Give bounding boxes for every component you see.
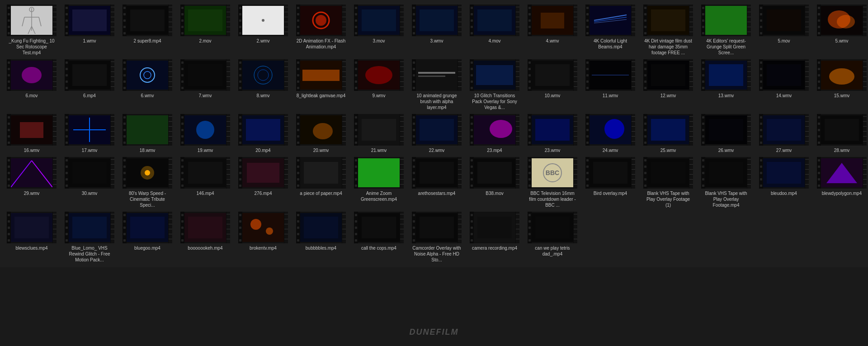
file-item[interactable]: 12.wmv	[641, 59, 695, 110]
svg-rect-155	[477, 217, 512, 238]
file-label: B38.mov	[486, 190, 503, 196]
file-item[interactable]: 29.wmv	[5, 157, 59, 208]
file-item[interactable]: 2 super8.mp4	[120, 5, 175, 56]
file-label: 19.wmv	[198, 147, 213, 153]
file-item[interactable]: blewsclues.mp4	[5, 212, 59, 263]
svg-point-91	[490, 120, 512, 138]
file-item[interactable]: 15.wmv	[815, 59, 868, 110]
file-item[interactable]: booooookeh.mp4	[178, 212, 232, 263]
file-label: bleudoo.mp4	[771, 190, 797, 196]
file-item[interactable]: camera recording.mp4	[467, 212, 522, 263]
file-item[interactable]: 16.wmv	[5, 114, 59, 153]
file-label: 276.mp4	[255, 190, 272, 196]
file-label: 6.mov	[25, 93, 38, 99]
file-item[interactable]: Blue_Lomo_ VHS Rewind Glitch - Free Moti…	[62, 212, 117, 263]
file-item[interactable]: 7.wmv	[178, 59, 232, 110]
svg-point-111	[141, 166, 154, 180]
file-item[interactable]: Bird overlay.mp4	[583, 157, 637, 208]
file-item[interactable]: 146.mp4	[178, 157, 232, 208]
file-item[interactable]: 8.wmv	[236, 59, 290, 110]
file-item[interactable]: 5.wmv	[815, 5, 868, 56]
svg-point-55	[365, 66, 392, 84]
file-item[interactable]: 19.wmv	[178, 114, 232, 153]
file-label: 18.wmv	[140, 147, 155, 153]
svg-rect-87	[362, 119, 396, 141]
file-label: 26.wmv	[718, 147, 734, 153]
file-item[interactable]: can we play tetris dad_.mp4	[525, 212, 580, 263]
file-item[interactable]: 4.wmv	[525, 5, 580, 56]
file-item[interactable]: 6.wmv	[120, 59, 175, 110]
svg-rect-153	[420, 217, 454, 238]
svg-rect-58	[418, 76, 445, 77]
file-item[interactable]: 3.wmv	[410, 5, 464, 56]
file-item[interactable]: 24.wmv	[583, 114, 637, 153]
file-item[interactable]: 27.wmv	[757, 114, 811, 153]
file-item[interactable]: 20.mp4	[236, 114, 290, 153]
file-item[interactable]: BBC BBC Television 16mm film countdown l…	[525, 157, 580, 208]
file-label: blewdypolygon.mp4	[822, 190, 862, 196]
file-item[interactable]: 28.wmv	[815, 114, 868, 153]
file-item[interactable]: 8_lightleak gamvae.mp4	[294, 59, 348, 110]
file-label: bluegoo.mp4	[134, 245, 160, 251]
file-item[interactable]: 2D Animation FX - Flash Animation.mp4	[294, 5, 348, 56]
file-item[interactable]: 20.wmv	[294, 114, 348, 153]
file-item[interactable]: 10 animated grunge brush with alpha laye…	[410, 59, 464, 110]
file-item[interactable]: 23.wmv	[525, 114, 580, 153]
file-item[interactable]: 14.wmv	[757, 59, 811, 110]
file-item[interactable]: 4K Colorful Light Beams.mp4	[583, 5, 637, 56]
file-item[interactable]: 1.wmv	[62, 5, 117, 56]
file-item[interactable]: blewdypolygon.mp4	[815, 157, 868, 208]
file-item[interactable]: 2.mov	[178, 5, 232, 56]
svg-rect-57	[418, 72, 455, 74]
file-item[interactable]: 10.wmv	[525, 59, 580, 110]
file-item[interactable]: _Kung Fu Fighting_ 10 Sec Rotoscope Test…	[5, 5, 59, 56]
file-item[interactable]: bluegoo.mp4	[120, 212, 175, 263]
svg-rect-103	[825, 119, 859, 141]
file-item[interactable]: 276.mp4	[236, 157, 290, 208]
file-item[interactable]: 21.wmv	[352, 114, 406, 153]
file-item[interactable]: 80's Warp Speed - Cinematic Tribute Spec…	[120, 157, 175, 208]
file-item[interactable]: 26.wmv	[699, 114, 753, 153]
file-label: 23.mp4	[487, 147, 502, 153]
file-item[interactable]: Blank VHS Tape with Play Overlay Footage…	[699, 157, 753, 208]
file-item[interactable]: 25.wmv	[641, 114, 695, 153]
file-item[interactable]: 18.wmv	[120, 114, 175, 153]
file-item[interactable]: 4K Editors' request- Grunge Split Green …	[699, 5, 753, 56]
file-label: 1.wmv	[83, 38, 96, 44]
file-label: 15.wmv	[834, 93, 849, 99]
file-item[interactable]: bubbbbles.mp4	[294, 212, 348, 263]
file-item[interactable]: 22.wmv	[410, 114, 464, 153]
file-label: 27.wmv	[776, 147, 792, 153]
file-item[interactable]: Camcorder Overlay with Noise Alpha - Fre…	[410, 212, 464, 263]
file-item[interactable]: 3.mov	[352, 5, 406, 56]
file-item[interactable]: 17.wmv	[62, 114, 117, 153]
file-item[interactable]: 6.mp4	[62, 59, 117, 110]
file-item[interactable]: a piece of paper.mp4	[294, 157, 348, 208]
svg-rect-79	[127, 115, 168, 144]
svg-rect-149	[304, 217, 338, 238]
file-item[interactable]: 13.wmv	[699, 59, 753, 110]
file-item[interactable]: 30.wmv	[62, 157, 117, 208]
file-item[interactable]: 10 Glitch Transitions Pack Overlay for S…	[467, 59, 522, 110]
file-item[interactable]: 23.mp4	[467, 114, 522, 153]
file-item[interactable]: bleudoo.mp4	[757, 157, 811, 208]
file-item[interactable]: Anime Zoom Greenscreen.mp4	[352, 157, 406, 208]
watermark-label: DUNEFILM	[410, 327, 459, 337]
file-item[interactable]: brokentv.mp4	[236, 212, 290, 263]
file-item[interactable]: 2.wmv	[236, 5, 290, 56]
file-item[interactable]: 4K Dirt vintage film dust hair damage 35…	[641, 5, 695, 56]
file-item[interactable]: 11.wmv	[583, 59, 637, 110]
file-label: 4.wmv	[546, 38, 559, 44]
file-item[interactable]: arethosestars.mp4	[410, 157, 464, 208]
file-item[interactable]: 9.wmv	[352, 59, 406, 110]
svg-rect-115	[247, 163, 279, 183]
file-label: 12.wmv	[660, 93, 676, 99]
file-item[interactable]: B38.mov	[467, 157, 522, 208]
file-label: 24.wmv	[603, 147, 618, 153]
file-item[interactable]: 4.mov	[467, 5, 522, 56]
svg-point-41	[22, 67, 42, 83]
file-item[interactable]: 5.mov	[757, 5, 811, 56]
file-item[interactable]: 6.mov	[5, 59, 59, 110]
file-item[interactable]: call the cops.mp4	[352, 212, 406, 263]
file-item[interactable]: Blank VHS Tape with Play Overlay Footage…	[641, 157, 695, 208]
